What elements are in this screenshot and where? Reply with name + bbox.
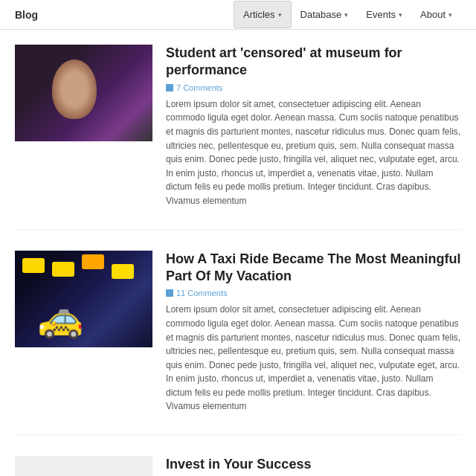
- site-logo: Blog: [15, 9, 38, 21]
- main-content: Student art 'censored' at museum for per…: [0, 30, 476, 476]
- article-1-content: Student art 'censored' at museum for per…: [166, 45, 461, 208]
- main-nav: Articles ▾ Database ▾ Events ▾ About ▾: [234, 1, 461, 28]
- article-1-title[interactable]: Student art 'censored' at museum for per…: [166, 45, 461, 80]
- comment-icon: [166, 289, 173, 297]
- article-2: How A Taxi Ride Became The Most Meaningf…: [15, 251, 461, 436]
- article-1-comments[interactable]: 7 Comments: [166, 83, 461, 92]
- article-2-title[interactable]: How A Taxi Ride Became The Most Meaningf…: [166, 251, 461, 286]
- article-1: Student art 'censored' at museum for per…: [15, 45, 461, 230]
- chevron-down-icon: ▾: [344, 11, 348, 19]
- article-3-content: Invest in Your Success 8 Comments Lorem …: [166, 456, 461, 476]
- article-2-body: Lorem ipsum dolor sit amet, consectetuer…: [166, 303, 461, 414]
- article-3: Invest in Your Success 8 Comments Lorem …: [15, 456, 461, 476]
- comment-icon: [166, 84, 173, 91]
- nav-events[interactable]: Events ▾: [357, 1, 411, 28]
- article-2-image: [15, 251, 152, 347]
- article-1-body: Lorem ipsum dolor sit amet, consectetuer…: [166, 97, 461, 208]
- article-3-title[interactable]: Invest in Your Success: [166, 456, 461, 473]
- nav-about[interactable]: About ▾: [411, 1, 461, 28]
- article-2-comments[interactable]: 11 Comments: [166, 289, 461, 298]
- article-1-image: [15, 45, 152, 141]
- chevron-down-icon: ▾: [278, 11, 282, 19]
- chevron-down-icon: ▾: [399, 11, 402, 19]
- chevron-down-icon: ▾: [448, 11, 452, 19]
- nav-articles[interactable]: Articles ▾: [234, 1, 292, 28]
- nav-database[interactable]: Database ▾: [292, 1, 358, 28]
- article-3-image: [15, 456, 152, 476]
- header: Blog Articles ▾ Database ▾ Events ▾ Abou…: [0, 0, 476, 30]
- article-2-content: How A Taxi Ride Became The Most Meaningf…: [166, 251, 461, 414]
